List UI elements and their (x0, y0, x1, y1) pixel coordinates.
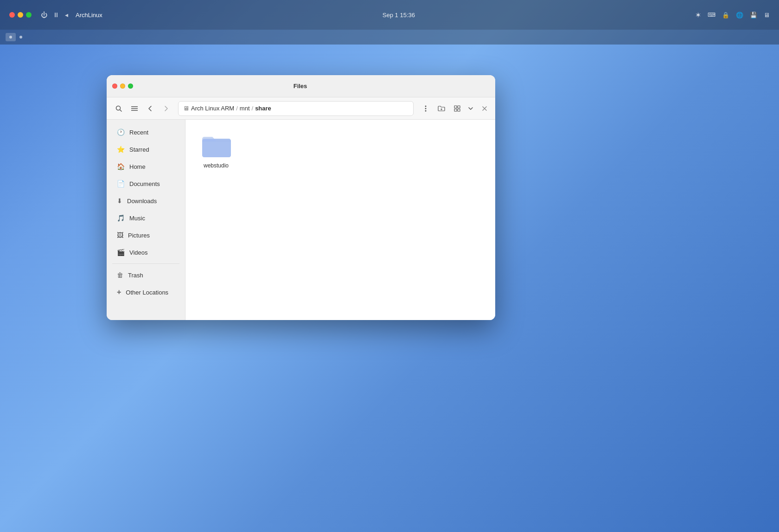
top-bar-right-icons: ✶ ⌨ 🔒 🌐 💾 🖥 (695, 11, 770, 19)
folder-item-webstudio[interactable]: webstudio (193, 127, 239, 173)
sidebar-label-pictures: Pictures (128, 232, 150, 239)
svg-rect-11 (458, 106, 460, 108)
recent-icon: 🕐 (117, 128, 125, 136)
sidebar-item-videos[interactable]: 🎬 Videos (109, 244, 182, 261)
breadcrumb-separator-1: / (236, 105, 238, 112)
window-traffic-lights (9, 12, 32, 18)
sidebar-label-recent: Recent (129, 129, 148, 136)
back-icon[interactable]: ◂ (65, 11, 68, 19)
content-area[interactable]: webstudio (185, 120, 495, 320)
pictures-icon: 🖼 (117, 231, 123, 239)
sidebar-label-documents: Documents (129, 180, 160, 187)
breadcrumb-separator-2: / (252, 105, 254, 112)
datetime-label: Sep 1 15:36 (383, 12, 415, 19)
sidebar-item-music[interactable]: 🎵 Music (109, 210, 182, 226)
top-bar-left: ⏻ ⏸ ◂ ArchLinux (9, 11, 102, 19)
svg-rect-10 (454, 106, 457, 108)
svg-rect-12 (454, 109, 457, 111)
breadcrumb-drive[interactable]: Arch Linux ARM (191, 105, 234, 112)
sidebar-item-trash[interactable]: 🗑 Trash (109, 267, 182, 283)
file-manager-window: Files (107, 75, 495, 320)
storage-icon[interactable]: 💾 (750, 12, 757, 19)
svg-point-7 (425, 110, 427, 111)
window-close-x-button[interactable] (479, 103, 490, 114)
forward-arrow-icon (163, 105, 169, 112)
breadcrumb-bar[interactable]: 🖥 Arch Linux ARM / mnt / share (178, 101, 414, 116)
network-icon[interactable]: 🌐 (736, 12, 743, 19)
sidebar-label-other-locations: Other Locations (126, 289, 168, 296)
sidebar-divider (112, 263, 179, 264)
sidebar-item-starred[interactable]: ⭐ Starred (109, 141, 182, 158)
svg-rect-13 (458, 109, 460, 111)
new-folder-button[interactable] (435, 102, 448, 115)
traffic-light-red[interactable] (9, 12, 15, 18)
sidebar-item-other-locations[interactable]: + Other Locations (109, 284, 182, 301)
more-options-icon (425, 105, 427, 112)
sidebar-item-documents[interactable]: 📄 Documents (109, 175, 182, 192)
back-button[interactable] (144, 102, 157, 115)
search-button[interactable] (112, 102, 125, 115)
view-toggle-button[interactable] (451, 102, 464, 115)
power-icon[interactable]: ⏻ (41, 11, 47, 19)
sidebar-item-recent[interactable]: 🕐 Recent (109, 124, 182, 141)
display-icon[interactable]: 🖥 (764, 12, 770, 19)
sidebar-item-home[interactable]: 🏠 Home (109, 158, 182, 175)
list-view-icon (454, 105, 460, 112)
sidebar-item-pictures[interactable]: 🖼 Pictures (109, 227, 182, 244)
folder-icon-webstudio (199, 132, 233, 160)
new-folder-icon (438, 105, 445, 112)
sidebar-item-downloads[interactable]: ⬇ Downloads (109, 192, 182, 209)
taskbar (0, 30, 779, 45)
folder-svg (199, 132, 233, 160)
view-options-button[interactable] (466, 102, 475, 115)
music-icon: 🎵 (117, 214, 125, 222)
other-locations-icon: + (117, 288, 121, 296)
sidebar-label-videos: Videos (129, 249, 148, 256)
main-area: 🕐 Recent ⭐ Starred 🏠 Home 📄 Documents ⬇ … (107, 120, 495, 320)
pause-icon[interactable]: ⏸ (53, 11, 59, 19)
back-arrow-icon (147, 105, 153, 112)
lock-icon[interactable]: 🔒 (722, 12, 729, 19)
taskbar-app-item[interactable] (6, 33, 16, 41)
hamburger-icon (131, 106, 138, 111)
trash-icon: 🗑 (117, 271, 123, 279)
documents-icon: 📄 (117, 180, 125, 187)
starred-icon: ⭐ (117, 146, 125, 153)
svg-point-5 (425, 105, 427, 107)
app-name-label: ArchLinux (76, 12, 102, 19)
sidebar-label-music: Music (129, 215, 145, 222)
keyboard-icon[interactable]: ⌨ (708, 12, 715, 18)
taskbar-indicator (19, 36, 22, 38)
top-bar-system-icons: ⏻ ⏸ ◂ (41, 11, 68, 19)
sidebar-label-downloads: Downloads (127, 198, 157, 205)
chevron-down-icon (468, 107, 473, 110)
window-title: Files (111, 83, 490, 90)
breadcrumb-path1[interactable]: mnt (240, 105, 250, 112)
breadcrumb-current[interactable]: share (255, 105, 271, 112)
drive-icon: 🖥 (183, 105, 189, 112)
sidebar-label-home: Home (129, 163, 146, 170)
traffic-light-yellow[interactable] (18, 12, 23, 18)
videos-icon: 🎬 (117, 249, 125, 256)
sidebar-label-starred: Starred (129, 146, 149, 153)
forward-button[interactable] (160, 102, 172, 115)
taskbar-dot (9, 36, 12, 38)
menu-button[interactable] (128, 102, 141, 115)
close-icon (482, 106, 487, 111)
sidebar-label-trash: Trash (128, 272, 143, 279)
brightness-icon[interactable]: ✶ (695, 11, 701, 19)
svg-line-1 (120, 109, 122, 111)
downloads-icon: ⬇ (117, 197, 122, 205)
svg-point-6 (425, 108, 427, 109)
folder-name-webstudio: webstudio (204, 162, 229, 169)
home-icon: 🏠 (117, 163, 125, 170)
more-options-button[interactable] (419, 102, 432, 115)
sidebar: 🕐 Recent ⭐ Starred 🏠 Home 📄 Documents ⬇ … (107, 120, 185, 320)
top-bar: ⏻ ⏸ ◂ ArchLinux Sep 1 15:36 ✶ ⌨ 🔒 🌐 💾 🖥 (0, 0, 779, 30)
title-bar: Files (107, 75, 495, 97)
toolbar: 🖥 Arch Linux ARM / mnt / share (107, 97, 495, 120)
search-icon (115, 105, 122, 112)
traffic-light-green[interactable] (26, 12, 32, 18)
